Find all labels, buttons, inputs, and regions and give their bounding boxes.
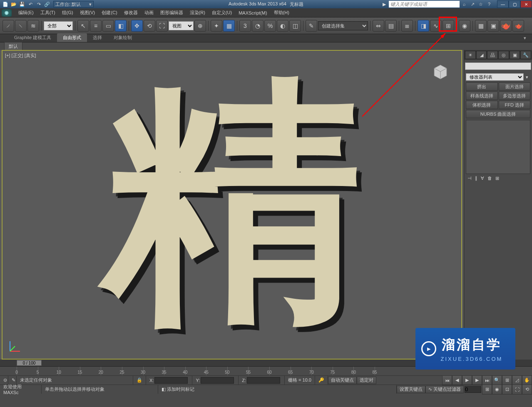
select-region-icon[interactable]: ▭ [102, 20, 114, 32]
orbit-icon[interactable]: ⟲ [522, 385, 532, 395]
pin-stack-icon[interactable]: ⊣ [467, 176, 472, 181]
ribbon-tab-graphite[interactable]: Graphite 建模工具 [8, 33, 57, 42]
ref-coord-select[interactable]: 视图 [169, 21, 194, 30]
z-coord-input[interactable] [247, 377, 280, 384]
mirror-icon[interactable]: ⇔ [373, 20, 384, 32]
menu-group[interactable]: 组(G) [59, 9, 77, 17]
display-tab-icon[interactable]: ▣ [510, 51, 520, 59]
remove-mod-icon[interactable]: 🗑 [487, 176, 492, 181]
mod-btn-poly-select[interactable]: 多边形选择 [499, 92, 531, 100]
menu-tools[interactable]: 工具(T) [37, 9, 59, 17]
select-link-icon[interactable]: ⟋ [2, 20, 14, 32]
viewport-label[interactable]: [+] [正交] [真实] [5, 52, 36, 59]
select-object-icon[interactable]: ↖ [77, 20, 89, 32]
app-menu-button[interactable]: ◉ [2, 9, 12, 17]
open-file-icon[interactable]: 📂 [10, 1, 17, 7]
motion-tab-icon[interactable]: ◎ [498, 51, 509, 59]
unique-icon[interactable]: ∀ [481, 176, 484, 181]
render-frame-icon[interactable]: ▣ [487, 20, 499, 32]
move-icon[interactable]: ✥ [131, 20, 143, 32]
spinner-snap-icon[interactable]: ◐ [277, 20, 288, 32]
y-coord-input[interactable] [201, 377, 234, 384]
percent-snap-icon[interactable]: % [264, 20, 276, 32]
modifier-list-select[interactable]: 修改器列表 [466, 73, 524, 81]
menu-graph-editors[interactable]: 图形编辑器 [157, 9, 186, 17]
scale-icon[interactable]: ⛶ [156, 20, 168, 32]
unlink-icon[interactable]: ⟍ [15, 20, 27, 32]
render-setup-icon[interactable]: ▦ [475, 20, 487, 32]
menu-animation[interactable]: 动画 [141, 9, 157, 17]
fov-icon[interactable]: ◿ [512, 375, 522, 385]
mod-btn-vol-select[interactable]: 体积选择 [466, 101, 498, 109]
object-name-field[interactable] [465, 62, 531, 70]
add-time-tag[interactable]: 添加时间标记 [167, 386, 194, 392]
minimize-button[interactable]: — [497, 0, 509, 8]
zoom-all-icon[interactable]: ⊞ [502, 375, 512, 385]
workspace-selector[interactable]: 工作台: 默认 ▾ [53, 1, 94, 7]
mod-btn-spline-select[interactable]: 样条线选择 [466, 92, 498, 100]
mod-btn-patch-select[interactable]: 面片选择 [499, 82, 531, 91]
material-editor-icon[interactable]: ◉ [459, 20, 470, 32]
ribbon-tab-freeform[interactable]: 自由形式 [57, 33, 87, 42]
undo-icon[interactable]: ↶ [27, 1, 34, 7]
pan-icon[interactable]: ✋ [522, 375, 532, 385]
search-input[interactable] [389, 1, 460, 7]
menu-help[interactable]: 帮助(H) [271, 9, 293, 17]
menu-maxscript[interactable]: MAXScript(M) [235, 10, 270, 16]
manipulate-icon[interactable]: ✦ [211, 20, 222, 32]
save-file-icon[interactable]: 💾 [18, 1, 26, 7]
autokey-button[interactable]: 自动关键点 [328, 377, 357, 384]
curve-editor-icon[interactable]: ∿ [430, 20, 442, 32]
named-sel-icon[interactable]: ✎ [306, 20, 317, 32]
isolate-icon[interactable]: ◧ [162, 387, 166, 392]
time-config-icon[interactable]: ⊞ [482, 385, 492, 395]
ribbon-collapse-icon[interactable]: ▾ [518, 34, 532, 42]
time-slider-thumb[interactable]: 0 / 100 [17, 360, 42, 366]
prev-frame-icon[interactable]: ◀ [452, 375, 462, 385]
mod-btn-extrude[interactable]: 挤出 [466, 82, 498, 91]
max-viewport-icon[interactable]: ⊡ [502, 385, 512, 395]
zoom-extents-icon[interactable]: ⛶ [512, 385, 522, 395]
mod-btn-ffd-select[interactable]: FFD 选择 [499, 101, 531, 109]
arc-rotate-icon[interactable]: ◉ [492, 385, 502, 395]
modifier-arrow-icon[interactable]: ▾ [524, 74, 530, 80]
favorite-icon[interactable]: ☆ [477, 0, 485, 8]
menu-edit[interactable]: 编辑(E) [15, 9, 37, 17]
edged-faces-icon[interactable]: ◫ [289, 20, 301, 32]
exchange-icon[interactable]: ↗ [469, 0, 476, 8]
ribbon-subtab-default[interactable]: 默认 [4, 42, 22, 51]
bind-spacewarp-icon[interactable]: ≋ [27, 20, 39, 32]
mod-btn-nurbs[interactable]: NURBS 曲面选择 [466, 110, 530, 118]
rotate-icon[interactable]: ⟲ [144, 20, 155, 32]
lock-icon[interactable]: ⊝ [3, 377, 7, 383]
menu-views[interactable]: 视图(V) [77, 9, 99, 17]
create-tab-icon[interactable]: ☀ [465, 51, 476, 59]
render-iter-icon[interactable]: 🫖 [512, 20, 524, 32]
named-selection-set[interactable]: 创建选择集 [318, 21, 368, 30]
lock-selection-icon[interactable]: 🔒 [137, 377, 142, 383]
selected-only-button[interactable]: 选定对 [357, 377, 376, 384]
pivot-icon[interactable]: ⊕ [194, 20, 206, 32]
key-icon[interactable]: 🔑 [318, 377, 324, 383]
modify-tab-icon[interactable]: ◢ [476, 51, 487, 59]
goto-start-icon[interactable]: ⏮ [442, 375, 452, 385]
menu-rendering[interactable]: 渲染(R) [186, 9, 209, 17]
link-icon[interactable]: 🔗 [43, 1, 51, 7]
play-icon[interactable]: ▶ [380, 1, 388, 7]
keyboard-shortcut-icon[interactable]: ▦ [223, 20, 235, 32]
goto-end-icon[interactable]: ⏭ [482, 375, 492, 385]
new-file-icon[interactable]: 📄 [2, 1, 9, 7]
setkey-button[interactable]: 设置关键点 [397, 386, 425, 393]
selection-filter-select[interactable]: 全部 [44, 21, 73, 30]
graphite-icon[interactable]: ◨ [418, 20, 429, 32]
key-filters-button[interactable]: ∿ 关键点过滤器 [425, 386, 464, 393]
menu-customize[interactable]: 自定义(U) [209, 9, 235, 17]
select-by-name-icon[interactable]: ≡ [90, 20, 102, 32]
window-crossing-icon[interactable]: ◧ [115, 20, 127, 32]
menu-modifiers[interactable]: 修改器 [121, 9, 141, 17]
config-icon[interactable]: ⊞ [495, 176, 499, 181]
align-icon[interactable]: ▤ [385, 20, 397, 32]
current-frame-input[interactable] [465, 386, 481, 393]
search-tool-icon[interactable]: ⌕ [460, 0, 468, 8]
angle-snap-icon[interactable]: ◔ [252, 20, 264, 32]
